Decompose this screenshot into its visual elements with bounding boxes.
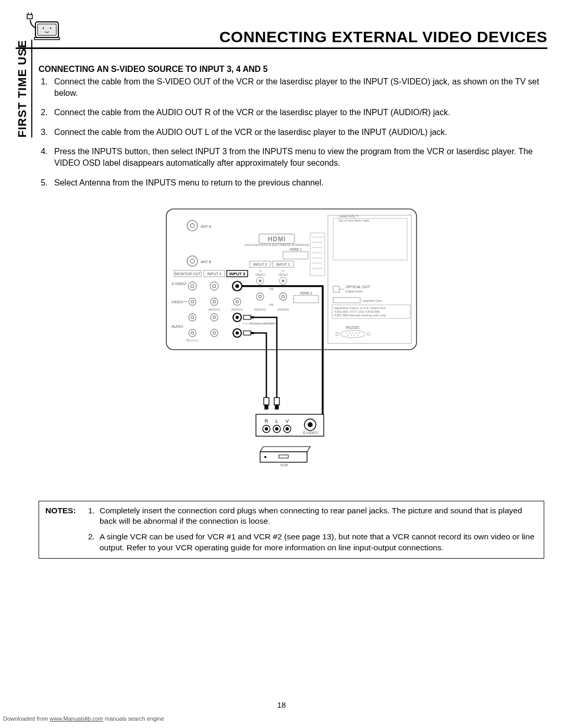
svg-text:VCR: VCR <box>280 463 288 467</box>
svg-text:VIDEO: VIDEO <box>278 273 288 276</box>
svg-point-82 <box>236 331 239 335</box>
page-number: 18 <box>0 700 563 709</box>
instruction-list: Connect the cable from the S-VIDEO OUT o… <box>39 76 544 188</box>
svg-text:Upgrade Card: Upgrade Card <box>362 299 382 302</box>
svg-text:OPTICAL OUT: OPTICAL OUT <box>346 285 370 289</box>
svg-rect-84 <box>251 332 254 334</box>
svg-text:(MONO): (MONO) <box>254 308 266 311</box>
svg-point-117 <box>357 335 358 336</box>
step-4: Press the INPUTS button, then select INP… <box>50 146 544 168</box>
svg-point-113 <box>359 332 360 334</box>
svg-point-11 <box>190 224 194 228</box>
svg-point-2 <box>43 28 44 29</box>
svg-text:R(+)
L(-): R(+) L(-) <box>187 339 199 342</box>
step-5: Select Antenna from the INPUTS menu to r… <box>50 177 544 189</box>
svg-point-133 <box>286 428 289 430</box>
svg-point-39 <box>213 285 216 288</box>
svg-rect-72 <box>243 315 251 319</box>
svg-rect-73 <box>251 316 254 318</box>
svg-point-116 <box>354 335 355 336</box>
svg-rect-122 <box>274 398 279 405</box>
svg-point-71 <box>236 316 239 319</box>
svg-rect-121 <box>265 405 268 409</box>
svg-point-58 <box>282 295 285 298</box>
svg-text:ANT B: ANT B <box>201 260 212 264</box>
svg-text:R: R <box>265 418 268 424</box>
svg-text:ANT A: ANT A <box>201 225 211 228</box>
download-footer: Downloaded from www.Manualslib.com manua… <box>3 715 164 722</box>
svg-text:HDMI 2: HDMI 2 <box>300 291 312 295</box>
svg-text:(MONO): (MONO) <box>277 308 289 311</box>
svg-text:V: V <box>286 418 289 424</box>
svg-point-56 <box>259 295 262 298</box>
svg-point-41 <box>236 285 239 288</box>
svg-text:Top of card faces right: Top of card faces right <box>338 219 369 222</box>
svg-point-112 <box>356 332 357 334</box>
note-text-2: A single VCR can be used for VCR #1 and … <box>100 532 537 552</box>
svg-point-140 <box>264 456 266 458</box>
svg-rect-83 <box>243 331 251 335</box>
svg-text:(MONO): (MONO) <box>209 308 221 311</box>
step-3: Connect the cable from the AUDIO OUT L o… <box>50 127 544 138</box>
svg-point-119 <box>367 332 370 336</box>
svg-text:HDMI 1: HDMI 1 <box>289 248 302 251</box>
body: FIRST TIME USE CONNECTING AN S-VIDEO SOU… <box>16 65 547 559</box>
svg-text:L: L <box>275 418 278 424</box>
svg-rect-5 <box>27 15 32 19</box>
svg-text:4,907,093 licensed viewing use: 4,907,093 licensed viewing uses only. <box>334 314 387 317</box>
svg-marker-137 <box>260 447 310 452</box>
svg-text:Y/: Y/ <box>282 269 285 273</box>
svg-point-50 <box>191 301 194 303</box>
svg-text:Digital Audio: Digital Audio <box>346 290 363 293</box>
svg-point-45 <box>282 280 285 282</box>
tv-character-icon <box>26 13 63 44</box>
svg-point-110 <box>349 332 350 334</box>
svg-text:INPUT 3: INPUT 3 <box>229 272 246 276</box>
note-number-1: 1. <box>88 505 100 526</box>
svg-point-37 <box>191 285 194 288</box>
notes-label: NOTES: <box>45 505 88 526</box>
footer-prefix: Downloaded from <box>3 715 50 722</box>
section-tab: FIRST TIME USE <box>16 65 33 559</box>
page-title: CONNECTING EXTERNAL VIDEO DEVICES <box>219 28 547 46</box>
svg-text:MONITOR OUT: MONITOR OUT <box>175 272 201 276</box>
svg-point-131 <box>276 428 278 430</box>
svg-rect-60 <box>293 295 319 303</box>
svg-text:INPUT 4: INPUT 4 <box>207 272 222 276</box>
svg-point-54 <box>236 301 239 303</box>
svg-text:HIGH-DEFINITION MULTIMEDIA INT: HIGH-DEFINITION MULTIMEDIA INTERFACE <box>244 243 309 246</box>
svg-point-69 <box>213 316 216 319</box>
note-number-2: 2. <box>88 532 100 552</box>
svg-text:S-VIDEO: S-VIDEO <box>303 431 318 435</box>
page: CONNECTING EXTERNAL VIDEO DEVICES FIRST … <box>0 0 563 728</box>
svg-point-80 <box>213 332 216 335</box>
svg-text:VIDEO: VIDEO <box>255 273 265 276</box>
svg-point-109 <box>346 332 347 334</box>
diagram-svg: ANT A ANT B HDMI HIGH-DEFINITION MULTIME… <box>156 204 427 480</box>
svg-point-3 <box>50 28 51 29</box>
svg-rect-4 <box>34 38 59 40</box>
section-heading: CONNECTING AN S-VIDEO SOURCE TO INPUT 3,… <box>39 65 544 74</box>
svg-text:Apparatus Claims of U.S. Paten: Apparatus Claims of U.S. Patent Nos. <box>334 306 387 310</box>
svg-rect-123 <box>275 405 278 409</box>
svg-point-14 <box>190 259 194 263</box>
page-header: CONNECTING EXTERNAL VIDEO DEVICES <box>16 13 547 49</box>
svg-point-114 <box>348 335 349 336</box>
svg-point-43 <box>259 280 262 282</box>
svg-point-111 <box>352 332 353 334</box>
connection-diagram: ANT A ANT B HDMI HIGH-DEFINITION MULTIME… <box>39 204 544 482</box>
svg-rect-86 <box>333 218 407 260</box>
footer-link[interactable]: www.Manualslib.com <box>50 715 103 722</box>
svg-text:RS232C: RS232C <box>346 326 360 329</box>
svg-point-67 <box>191 316 194 319</box>
svg-point-78 <box>191 332 194 335</box>
svg-text:INPUT 2: INPUT 2 <box>253 263 267 266</box>
notes-box: NOTES: 1. Completely insert the connecti… <box>39 501 544 559</box>
step-2: Connect the cable from the AUDIO OUT R o… <box>50 107 544 118</box>
svg-rect-1 <box>38 24 56 35</box>
footer-suffix: manuals search engine <box>103 715 164 722</box>
svg-text:CableCARD™: CableCARD™ <box>338 215 359 218</box>
svg-point-135 <box>308 423 312 427</box>
section-tab-label: FIRST TIME USE <box>16 40 32 138</box>
content: CONNECTING AN S-VIDEO SOURCE TO INPUT 3,… <box>33 65 547 559</box>
